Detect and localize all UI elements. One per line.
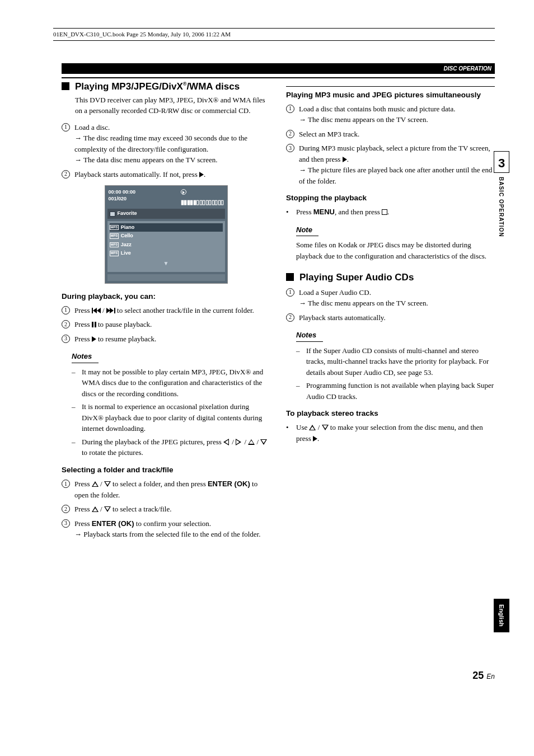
step-number-icon: 1 bbox=[62, 480, 70, 488]
step-text: Select an MP3 track. bbox=[299, 129, 495, 140]
note-text: If the Super Audio CD consists of multi-… bbox=[306, 345, 495, 378]
step-text: Press MENU, and then press . bbox=[296, 206, 389, 218]
step-number-icon: 1 bbox=[62, 123, 70, 132]
step-text: Press / to select a track/file. bbox=[74, 504, 270, 515]
step-number-icon: 3 bbox=[286, 144, 294, 152]
tv-play-icon bbox=[181, 189, 186, 195]
tv-counter: 001/020 bbox=[109, 196, 136, 203]
note-text: It may not be possible to play certain M… bbox=[82, 367, 270, 400]
track-name: Jazz bbox=[121, 241, 132, 249]
step-number-icon: 2 bbox=[286, 130, 294, 138]
doc-path-header: 01EN_DVX-C310_UC.book Page 25 Monday, Ju… bbox=[53, 28, 495, 41]
down-arrow-icon bbox=[104, 481, 111, 487]
up-arrow-icon bbox=[92, 481, 99, 487]
step-text: During MP3 music playback, select a pict… bbox=[299, 144, 490, 163]
left-arrow-icon bbox=[223, 439, 230, 445]
tv-folder-name: Favorite bbox=[118, 210, 137, 218]
up-arrow-icon bbox=[92, 506, 99, 512]
up-arrow-icon bbox=[309, 425, 316, 430]
dash-icon: – bbox=[72, 401, 77, 434]
result-text: The disc reading time may exceed 30 seco… bbox=[74, 133, 270, 154]
left-column: Playing MP3/JPEG/DivX®/WMA discs This DV… bbox=[62, 81, 270, 543]
file-tag: MP3 bbox=[110, 233, 119, 238]
stop-icon bbox=[382, 209, 387, 215]
right-column: Playing MP3 music and JPEG pictures simu… bbox=[286, 81, 495, 543]
note-label: Note bbox=[296, 224, 318, 237]
square-bullet-icon bbox=[286, 273, 294, 281]
tv-progress-bars: ▮▮▮▮▮▯▯▯▯▯▯▯▯▯ bbox=[181, 198, 224, 207]
step-number-icon: 1 bbox=[286, 105, 294, 113]
intro-text: This DVD receiver can play MP3, JPEG, Di… bbox=[75, 95, 270, 116]
step-number-icon: 2 bbox=[62, 505, 70, 513]
file-tag: MP3 bbox=[110, 225, 119, 230]
step-number-icon: 3 bbox=[62, 519, 70, 528]
heading-stereo: To playback stereo tracks bbox=[286, 408, 495, 419]
note-text: Some files on Kodak or JPEG discs may be… bbox=[296, 240, 495, 261]
play-icon bbox=[92, 336, 96, 342]
heading-selecting-folder: Selecting a folder and track/file bbox=[62, 465, 270, 475]
disc-menu-screenshot: 00:00 00:00 001/020 ▮▮▮▮▮▯▯▯▯▯▯▯▯▯ Favor… bbox=[105, 185, 228, 284]
down-arrow-icon bbox=[322, 425, 329, 430]
skip-next-icon bbox=[106, 308, 115, 313]
track-name: Piano bbox=[121, 224, 135, 232]
heading-sacd: Playing Super Audio CDs bbox=[299, 271, 414, 283]
step-text: Playback starts automatically. If not, p… bbox=[74, 169, 270, 180]
notes-label: Notes bbox=[296, 330, 323, 342]
rule bbox=[62, 77, 495, 78]
play-icon bbox=[343, 157, 347, 162]
step-text: Load a disc that contains both music and… bbox=[299, 105, 455, 113]
result-text: The data disc menu appears on the TV scr… bbox=[74, 154, 270, 166]
pause-icon bbox=[92, 322, 96, 327]
folder-icon bbox=[110, 212, 115, 217]
dash-icon: – bbox=[296, 380, 302, 402]
step-text: Press to pause playback. bbox=[74, 319, 270, 330]
square-bullet-icon bbox=[62, 82, 69, 90]
note-text: Programming function is not available wh… bbox=[306, 380, 495, 402]
step-text: Load a Super Audio CD. bbox=[299, 288, 371, 297]
section-tag: DISC OPERATION bbox=[62, 63, 495, 74]
file-tag: MP3 bbox=[110, 242, 119, 247]
dash-icon: – bbox=[72, 367, 77, 400]
heading-during-playback: During playback, you can: bbox=[62, 292, 270, 302]
page-number: 25 En bbox=[472, 668, 495, 683]
step-number-icon: 2 bbox=[62, 320, 70, 328]
bullet-icon: • bbox=[286, 206, 292, 218]
heading-playing-mp3: Playing MP3/JPEG/DivX®/WMA discs bbox=[75, 81, 240, 92]
note-text: During the playback of the JPEG pictures… bbox=[82, 436, 270, 458]
result-text: The disc menu appears on the TV screen. bbox=[299, 114, 495, 125]
file-tag: MP3 bbox=[110, 251, 119, 256]
dash-icon: – bbox=[72, 436, 77, 458]
step-text: Press / to select a folder, and then pre… bbox=[74, 478, 270, 500]
chapter-label-tab: BASIC OPERATION bbox=[493, 175, 509, 240]
dash-icon: – bbox=[296, 345, 302, 378]
step-text: Load a disc. bbox=[74, 123, 110, 132]
step-text: Use / to make your selection from the di… bbox=[296, 422, 495, 444]
heading-simultaneous: Playing MP3 music and JPEG pictures simu… bbox=[286, 90, 495, 100]
heading-stopping: Stopping the playback bbox=[286, 193, 495, 203]
step-text: Playback starts automatically. bbox=[299, 312, 495, 323]
step-text: Press / to select another track/file in … bbox=[74, 305, 270, 316]
step-number-icon: 2 bbox=[62, 170, 70, 179]
result-text: The disc menu appears on the TV screen. bbox=[299, 298, 495, 309]
notes-label: Notes bbox=[72, 351, 99, 363]
bullet-icon: • bbox=[286, 422, 292, 444]
chapter-number-tab: 3 bbox=[494, 151, 509, 173]
step-number-icon: 1 bbox=[286, 288, 294, 297]
step-text: Press to resume playback. bbox=[74, 334, 270, 345]
down-arrow-icon bbox=[260, 439, 267, 445]
up-arrow-icon bbox=[248, 439, 255, 445]
track-name: Cello bbox=[121, 232, 133, 240]
language-tab: English bbox=[494, 599, 510, 632]
scroll-down-icon: ▼ bbox=[110, 259, 223, 267]
step-number-icon: 2 bbox=[286, 313, 294, 322]
result-text: The picture files are played back one af… bbox=[299, 165, 495, 186]
down-arrow-icon bbox=[104, 506, 111, 512]
track-name: Live bbox=[121, 250, 131, 257]
play-icon bbox=[199, 172, 204, 177]
step-number-icon: 3 bbox=[62, 335, 70, 343]
play-icon bbox=[313, 436, 317, 442]
note-text: It is normal to experience an occasional… bbox=[82, 401, 270, 434]
step-text: Press ENTER (OK) to confirm your selecti… bbox=[74, 518, 270, 540]
step-number-icon: 1 bbox=[62, 306, 70, 314]
result-text: Playback starts from the selected file t… bbox=[74, 529, 270, 540]
